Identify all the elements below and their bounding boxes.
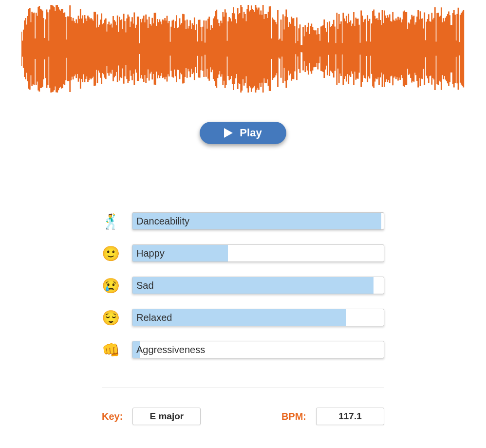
- metrics-list: 🕺Danceability🙂Happy😢Sad😌Relaxed👊Aggressi…: [102, 212, 384, 358]
- play-button[interactable]: Play: [200, 122, 286, 144]
- metric-emoji: 👊: [102, 341, 119, 358]
- metric-label: Happy: [136, 248, 165, 259]
- metric-bar: Happy: [132, 244, 384, 262]
- metric-label: Relaxed: [136, 312, 172, 323]
- metric-row: 🕺Danceability: [102, 212, 384, 230]
- key-label: Key:: [102, 411, 123, 422]
- metric-row: 👊Aggressiveness: [102, 341, 384, 358]
- metric-bar: Danceability: [132, 212, 384, 230]
- metric-bar: Aggressiveness: [132, 341, 384, 358]
- metric-bar: Sad: [132, 277, 384, 294]
- metric-emoji: 😢: [102, 277, 119, 294]
- divider: [102, 388, 384, 388]
- metric-label: Sad: [136, 280, 154, 291]
- metric-emoji: 🕺: [102, 213, 119, 230]
- play-icon: [224, 128, 233, 138]
- metric-emoji: 😌: [102, 309, 119, 326]
- metric-bar: Relaxed: [132, 309, 384, 326]
- metric-emoji: 🙂: [102, 245, 119, 262]
- audio-waveform[interactable]: [21, 5, 465, 93]
- bpm-label: BPM:: [281, 411, 306, 422]
- play-label: Play: [240, 127, 262, 139]
- metric-row: 😢Sad: [102, 277, 384, 294]
- metric-label: Danceability: [136, 216, 189, 227]
- bpm-value: 117.1: [316, 408, 384, 425]
- metric-row: 🙂Happy: [102, 244, 384, 262]
- metric-label: Aggressiveness: [136, 344, 205, 355]
- metric-row: 😌Relaxed: [102, 309, 384, 326]
- key-value: E major: [132, 408, 201, 425]
- info-row: Key: E major BPM: 117.1: [102, 408, 384, 425]
